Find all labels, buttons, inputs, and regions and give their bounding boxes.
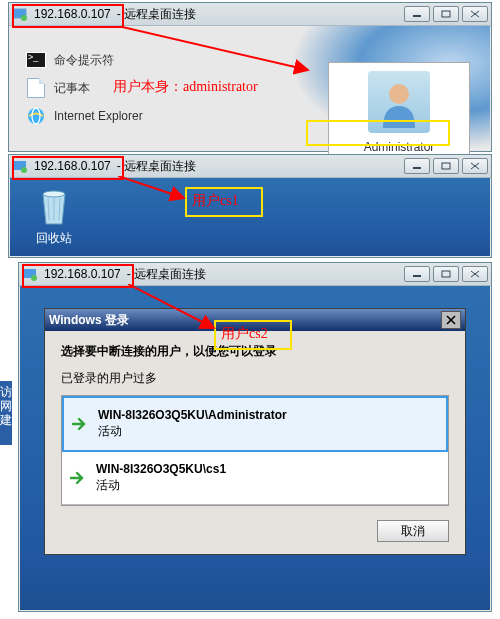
minimize-button[interactable] [404,266,430,282]
minimize-button[interactable] [404,6,430,22]
desktop-item-label: 记事本 [54,80,90,97]
close-button[interactable] [462,158,488,174]
maximize-button[interactable] [433,158,459,174]
titlebar-1[interactable]: 192.168.0.107 - 远程桌面连接 [9,3,491,26]
dialog-title: Windows 登录 [49,312,441,329]
titlebar-ip: 192.168.0.107 [41,267,124,281]
rdp-window-2: 192.168.0.107 - 远程桌面连接 回收站 [8,154,492,258]
titlebar-2[interactable]: 192.168.0.107 - 远程桌面连接 [9,155,491,178]
dialog-heading: 选择要中断连接的用户，以便您可以登录 [61,343,449,360]
user-tile-caption: Administrator [363,139,436,155]
recycle-bin-icon [33,186,75,228]
client-area-1: 命令提示符 记事本 Internet Explorer Administrato… [10,26,490,150]
close-button[interactable] [462,266,488,282]
client-area-2: 回收站 [10,178,490,256]
session-path: WIN-8I326O3Q5KU\cs1 [96,462,226,476]
background-text-fragment: 访网建 [0,381,12,445]
session-status: 活动 [96,477,226,494]
desktop-item-label: Internet Explorer [54,109,143,123]
rdp-icon [23,267,37,281]
arrow-right-icon [68,469,86,487]
rdp-icon [13,159,27,173]
minimize-button[interactable] [404,158,430,174]
session-status: 活动 [98,423,287,440]
desktop-item-label: 命令提示符 [54,52,114,69]
titlebar-ip: 192.168.0.107 [31,159,114,173]
desktop-item-notepad[interactable]: 记事本 [26,74,143,102]
dialog-subtext: 已登录的用户过多 [61,370,449,387]
svg-point-2 [21,15,27,21]
svg-rect-13 [442,163,450,169]
svg-rect-23 [442,271,450,277]
titlebar-3[interactable]: 192.168.0.107 - 远程桌面连接 [19,263,491,286]
dialog-close-button[interactable] [441,311,461,329]
logon-dialog: Windows 登录 选择要中断连接的用户，以便您可以登录 已登录的用户过多 W… [44,308,466,555]
maximize-button[interactable] [433,266,459,282]
arrow-right-icon [70,415,88,433]
svg-point-11 [21,167,27,173]
svg-point-16 [43,191,65,197]
maximize-button[interactable] [433,6,459,22]
window-buttons [401,6,488,22]
user-tile[interactable]: Administrator [328,62,470,164]
rdp-window-3: 192.168.0.107 - 远程桌面连接 Windows 登录 选择要中断连… [18,262,492,612]
cancel-button[interactable]: 取消 [377,520,449,542]
client-area-3: Windows 登录 选择要中断连接的用户，以便您可以登录 已登录的用户过多 W… [20,286,490,610]
session-list: WIN-8I326O3Q5KU\Administrator 活动 WIN-8I3… [61,395,449,506]
svg-point-9 [389,84,409,104]
cmd-icon [26,50,46,70]
rdp-window-1: 192.168.0.107 - 远程桌面连接 命令提示符 记事本 Interne… [8,2,492,152]
titlebar-text: - 远程桌面连接 [124,266,401,283]
close-button[interactable] [462,6,488,22]
session-path: WIN-8I326O3Q5KU\Administrator [98,408,287,422]
dialog-titlebar[interactable]: Windows 登录 [45,309,465,331]
session-item[interactable]: WIN-8I326O3Q5KU\Administrator 活动 [62,396,448,452]
titlebar-text: - 远程桌面连接 [114,158,401,175]
desktop-item-ie[interactable]: Internet Explorer [26,102,143,130]
svg-rect-4 [442,11,450,17]
ie-icon [26,106,46,126]
recycle-bin-label: 回收站 [24,230,84,247]
recycle-bin[interactable]: 回收站 [24,186,84,247]
svg-point-21 [31,275,37,281]
rdp-icon [13,7,27,21]
session-item[interactable]: WIN-8I326O3Q5KU\cs1 活动 [62,452,448,505]
desktop-item-cmd[interactable]: 命令提示符 [26,46,143,74]
titlebar-ip: 192.168.0.107 [31,7,114,21]
titlebar-text: - 远程桌面连接 [114,6,401,23]
user-avatar-icon [368,71,430,133]
notepad-icon [26,78,46,98]
